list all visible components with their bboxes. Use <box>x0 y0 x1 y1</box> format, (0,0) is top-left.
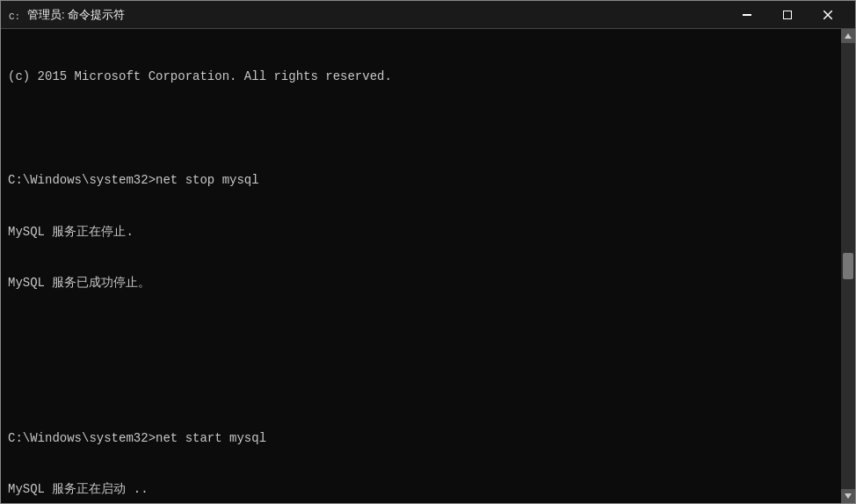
line-3: MySQL 服务正在停止. <box>8 224 834 241</box>
line-empty-1 <box>8 120 834 138</box>
line-7: C:\Windows\system32>net start mysql <box>8 430 834 448</box>
scrollbar-up-button[interactable] <box>841 29 855 43</box>
svg-text:C:: C: <box>9 11 20 22</box>
window-controls <box>727 1 848 29</box>
scrollbar-thumb[interactable] <box>843 253 853 279</box>
line-4: MySQL 服务已成功停止。 <box>8 275 834 292</box>
line-empty-5 <box>8 327 834 344</box>
line-empty-6 <box>8 378 834 396</box>
scrollbar[interactable] <box>841 29 855 503</box>
line-0: (c) 2015 Microsoft Corporation. All righ… <box>8 68 834 86</box>
minimize-button[interactable] <box>727 1 767 29</box>
line-8: MySQL 服务正在启动 .. <box>8 481 834 499</box>
line-2: C:\Windows\system32>net stop mysql <box>8 172 834 190</box>
window-title: 管理员: 命令提示符 <box>27 7 727 23</box>
close-button[interactable] <box>808 1 848 29</box>
terminal-output[interactable]: (c) 2015 Microsoft Corporation. All righ… <box>1 29 841 503</box>
cmd-window: C: 管理员: 命令提示符 <box>0 0 856 504</box>
svg-rect-2 <box>743 14 751 15</box>
scrollbar-down-button[interactable] <box>841 489 855 503</box>
titlebar: C: 管理员: 命令提示符 <box>1 1 855 29</box>
content-area: (c) 2015 Microsoft Corporation. All righ… <box>1 29 855 503</box>
svg-rect-3 <box>784 11 792 18</box>
maximize-button[interactable] <box>767 1 808 29</box>
terminal-icon: C: <box>8 8 22 22</box>
